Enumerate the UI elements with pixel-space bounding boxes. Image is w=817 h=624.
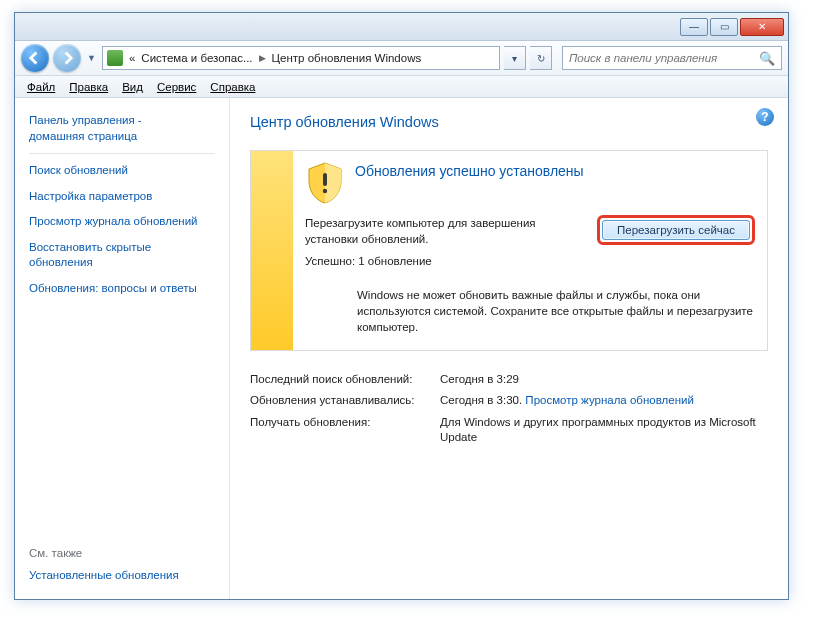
breadcrumb-level2[interactable]: Центр обновления Windows [272,52,422,64]
address-dropdown[interactable]: ▾ [504,46,526,70]
status-title: Обновления успешно установлены [355,161,584,179]
search-input[interactable] [569,52,759,64]
restart-now-button[interactable]: Перезагрузить сейчас [602,220,750,240]
menu-view[interactable]: Вид [116,79,149,95]
sidebar-settings[interactable]: Настройка параметров [29,184,215,210]
nav-back-button[interactable] [21,44,49,72]
page-title: Центр обновления Windows [250,110,768,150]
status-panel: Обновления успешно установлены Перезагру… [250,150,768,351]
nav-forward-button[interactable] [53,44,81,72]
sidebar-check-updates[interactable]: Поиск обновлений [29,158,215,184]
sidebar-restore-hidden[interactable]: Восстановить скрытые обновления [29,235,215,276]
refresh-button[interactable]: ↻ [530,46,552,70]
menu-help[interactable]: Справка [204,79,261,95]
menubar: Файл Правка Вид Сервис Справка [15,76,788,98]
breadcrumb-prefix: « [129,52,135,64]
info-value-last-check: Сегодня в 3:29 [440,372,768,388]
sidebar-faq[interactable]: Обновления: вопросы и ответы [29,276,215,302]
nav-history-dropdown[interactable]: ▼ [85,53,98,63]
restart-button-highlight: Перезагрузить сейчас [597,215,755,245]
arrow-right-icon [60,51,74,65]
info-label-installed: Обновления устанавливались: [250,393,440,409]
shield-warning-icon [305,161,345,205]
window-frame: — ▭ ✕ ▼ « Система и безопас... ▶ Центр о… [14,12,789,600]
breadcrumb-level1[interactable]: Система и безопас... [141,52,252,64]
status-message-1: Перезагрузите компьютер для завершения у… [305,215,577,247]
menu-edit[interactable]: Правка [63,79,114,95]
minimize-button[interactable]: — [680,18,708,36]
sidebar: Панель управления - домашняя страница По… [15,98,230,599]
svg-point-0 [323,189,327,193]
sidebar-see-also-label: См. также [29,541,215,563]
info-value-receive: Для Windows и других программных продукт… [440,415,768,446]
info-value-installed: Сегодня в 3:30. [440,394,522,406]
info-table: Последний поиск обновлений: Сегодня в 3:… [250,369,768,449]
status-note: Windows не может обновить важные файлы и… [357,287,755,335]
titlebar: — ▭ ✕ [15,13,788,41]
info-label-receive: Получать обновления: [250,415,440,446]
sidebar-history[interactable]: Просмотр журнала обновлений [29,209,215,235]
view-history-link[interactable]: Просмотр журнала обновлений [525,394,693,406]
maximize-button[interactable]: ▭ [710,18,738,36]
help-icon[interactable]: ? [756,108,774,126]
info-label-last-check: Последний поиск обновлений: [250,372,440,388]
search-box[interactable]: 🔍 [562,46,782,70]
chevron-right-icon: ▶ [259,53,266,63]
search-icon: 🔍 [759,51,775,66]
address-bar[interactable]: « Система и безопас... ▶ Центр обновлени… [102,46,500,70]
status-stripe [251,151,293,350]
arrow-left-icon [28,51,42,65]
sidebar-home[interactable]: Панель управления - домашняя страница [29,108,215,149]
svg-rect-1 [323,173,327,186]
menu-tools[interactable]: Сервис [151,79,202,95]
navbar: ▼ « Система и безопас... ▶ Центр обновле… [15,41,788,76]
status-message-2: Успешно: 1 обновление [305,253,577,269]
main-content: ? Центр обновления Windows Обновления ус… [230,98,788,599]
close-button[interactable]: ✕ [740,18,784,36]
sidebar-installed-updates[interactable]: Установленные обновления [29,563,215,589]
menu-file[interactable]: Файл [21,79,61,95]
control-panel-icon [107,50,123,66]
